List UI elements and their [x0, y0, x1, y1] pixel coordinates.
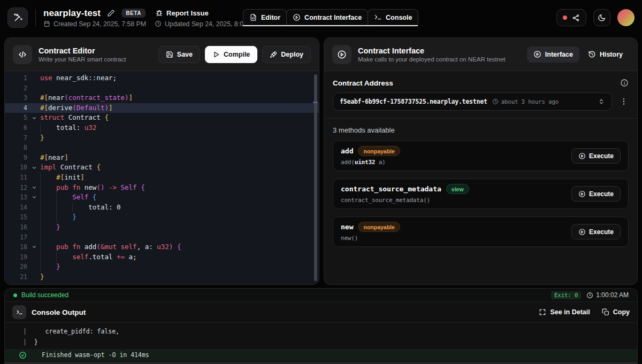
tab-interface[interactable]: Interface	[527, 47, 579, 63]
app-logo-button[interactable]	[7, 7, 28, 28]
fold-chevron-icon[interactable]	[28, 192, 40, 203]
line-number: 16	[5, 222, 28, 233]
code-editor[interactable]: 1use near_sdk::near;23#[near(contract_st…	[5, 71, 319, 284]
header-right	[556, 9, 635, 26]
code-line-2[interactable]: 2	[5, 83, 319, 94]
editor-scrollbar[interactable]	[314, 74, 317, 281]
line-number: 2	[5, 83, 28, 94]
code-text: Self {	[40, 192, 319, 203]
code-line-7[interactable]: 7}	[5, 133, 319, 143]
copy-button[interactable]: Copy	[602, 308, 630, 316]
execute-button-add[interactable]: Execute	[571, 148, 621, 164]
code-line-1[interactable]: 1use near_sdk::near;	[5, 73, 319, 83]
code-text: }	[40, 222, 319, 233]
code-line-11[interactable]: 11 #[init]	[5, 173, 319, 183]
code-line-21[interactable]: 21}	[5, 272, 319, 282]
report-issue-button[interactable]: Report Issue	[155, 9, 209, 17]
console-row-text: create_pidfd: false,	[27, 326, 119, 337]
line-number: 18	[5, 242, 28, 252]
bug-icon	[155, 9, 163, 17]
history-icon	[588, 50, 596, 58]
line-number: 8	[5, 143, 28, 153]
console-rows: | create_pidfd: false,| }Finished wasm-o…	[5, 323, 637, 361]
report-issue-label: Report Issue	[166, 9, 209, 17]
code-text: total: u32	[40, 123, 319, 133]
code-text: }	[40, 133, 319, 143]
exit-code-badge: Exit: 0	[551, 291, 581, 299]
build-time: 1:00:02 AM	[586, 291, 629, 299]
method-signature: contract_source_metadata()	[341, 197, 469, 204]
code-line-6[interactable]: 6 total: u32	[5, 123, 319, 133]
code-text: }	[40, 262, 319, 272]
file-code-icon	[249, 13, 257, 21]
console-output-title: Console Output	[32, 308, 86, 316]
code-line-14[interactable]: 14 total: 0	[5, 203, 319, 213]
code-line-8[interactable]: 8	[5, 143, 319, 153]
editor-subtitle: Write your NEAR smart contract	[39, 56, 126, 63]
fold-gutter	[28, 133, 40, 143]
method-badge: view	[446, 184, 469, 194]
fold-chevron-icon[interactable]	[28, 113, 40, 123]
fold-gutter	[28, 173, 40, 183]
code-line-9[interactable]: 9#[near]	[5, 153, 319, 163]
code-line-20[interactable]: 20 }	[5, 262, 319, 272]
copy-icon	[602, 308, 609, 316]
code-line-18[interactable]: 18 pub fn add(&mut self, a: u32) {	[5, 242, 319, 252]
top-tab-contract-interface[interactable]: Contract Interface	[286, 9, 368, 25]
code-line-12[interactable]: 12 pub fn new() -> Self {	[5, 183, 319, 193]
theme-toggle-button[interactable]	[593, 9, 610, 26]
check-circle-icon	[19, 351, 27, 359]
code-icon	[18, 50, 27, 59]
compile-button[interactable]: Compile	[205, 46, 257, 63]
fold-chevron-icon[interactable]	[28, 242, 40, 252]
console-scroll-strip[interactable]	[5, 362, 637, 364]
interface-panel-header: Contract Interface Make calls to your de…	[324, 38, 637, 71]
code-line-5[interactable]: 5struct Contract {	[5, 113, 319, 123]
code-line-10[interactable]: 10impl Contract {	[5, 162, 319, 173]
code-line-13[interactable]: 13 Self {	[5, 192, 319, 203]
code-text: total: 0	[40, 203, 319, 213]
code-line-16[interactable]: 16 }	[5, 222, 319, 233]
methods-list: addnonpayableadd(uint32 a)Executecontrac…	[333, 141, 629, 247]
edit-title-pencil-icon[interactable]	[107, 9, 115, 17]
code-text: impl Contract {	[40, 162, 319, 173]
top-tab-label: Console	[386, 14, 412, 21]
code-line-19[interactable]: 19 self.total += a;	[5, 252, 319, 262]
contract-address-select[interactable]: f5eabf-6b99cf-1758737525.nearplay.testne…	[333, 92, 612, 111]
fold-chevron-icon[interactable]	[28, 162, 40, 173]
method-signature: add(uint32 a)	[341, 159, 400, 166]
address-menu-button[interactable]	[619, 96, 629, 107]
execute-button-contract_source_metadata[interactable]: Execute	[571, 186, 621, 202]
method-card-new: newnonpayablenew()Execute	[333, 216, 629, 247]
line-number: 9	[5, 153, 28, 163]
code-lines: 1use near_sdk::near;23#[near(contract_st…	[5, 73, 319, 282]
clock-icon	[492, 98, 499, 105]
info-icon[interactable]	[620, 79, 629, 87]
deploy-button[interactable]: Deploy	[262, 46, 311, 63]
line-number: 21	[5, 272, 28, 282]
code-text	[40, 143, 319, 153]
user-avatar[interactable]	[617, 9, 635, 26]
method-name: new	[341, 223, 353, 231]
code-line-15[interactable]: 15 }	[5, 212, 319, 222]
see-in-detail-button[interactable]: See in Detail	[539, 308, 590, 316]
code-line-17[interactable]: 17	[5, 233, 319, 243]
fold-gutter	[28, 252, 40, 262]
play-circle-icon	[578, 190, 586, 198]
app-header: nearplay-test BETA Report Issue Created …	[0, 0, 642, 35]
code-line-3[interactable]: 3#[near(contract_state)]	[5, 93, 319, 103]
fold-chevron-icon[interactable]	[28, 183, 40, 193]
top-tab-editor[interactable]: Editor	[243, 9, 287, 25]
play-circle-icon	[337, 50, 347, 59]
play-circle-icon-box	[332, 45, 351, 64]
save-button[interactable]: Save	[158, 46, 200, 63]
line-number: 13	[5, 192, 28, 203]
code-line-4[interactable]: 4#[derive(Default)]	[5, 103, 319, 113]
tab-history[interactable]: History	[582, 47, 629, 63]
calendar-icon	[43, 20, 50, 27]
top-tab-console[interactable]: Console	[368, 9, 418, 25]
execute-button-new[interactable]: Execute	[571, 224, 621, 239]
code-text: #[near]	[40, 153, 319, 163]
share-button[interactable]	[556, 9, 586, 26]
fold-gutter	[28, 222, 40, 233]
